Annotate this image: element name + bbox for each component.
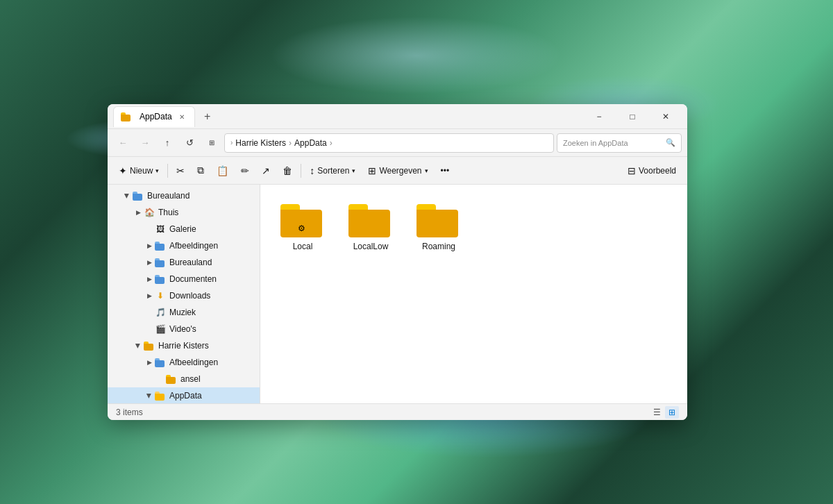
file-grid: ⚙ Local LocalLow — [271, 196, 676, 258]
toolbar: ✦ Nieuw ▾ ✂ ⧉ 📋 ✏ ↗ 🗑 ↕ Sorteren ▾ ⊞ — [108, 157, 687, 185]
sidebar-item-afbeeldingen2[interactable]: ▶ Afbeeldingen — [108, 354, 260, 371]
share-button[interactable]: ↗ — [256, 162, 276, 179]
list-view-button[interactable]: ☰ — [650, 406, 664, 419]
tab-label: AppData — [140, 112, 172, 121]
home-icon: 🏠 — [144, 207, 155, 218]
file-label-roaming: Roaming — [422, 242, 455, 253]
recent-locations-button[interactable]: ⊞ — [202, 133, 221, 153]
sidebar-label-galerie: Galerie — [169, 224, 196, 234]
sidebar-item-galerie[interactable]: 🖼 Galerie — [108, 221, 260, 237]
paste-button[interactable]: 📋 — [211, 162, 234, 179]
sidebar-item-documenten[interactable]: ▶ Documenten — [108, 271, 260, 287]
tab-folder-icon — [121, 112, 132, 121]
rename-button[interactable]: ✏ — [235, 162, 255, 179]
gallery-icon: 🖼 — [155, 224, 166, 235]
sidebar-label-dl: Downloads — [169, 291, 210, 301]
sidebar-item-ansel[interactable]: ansel — [108, 371, 260, 387]
delete-button[interactable]: 🗑 — [277, 162, 298, 179]
minimize-button[interactable]: − — [583, 106, 615, 128]
file-area: ⚙ Local LocalLow — [260, 185, 687, 403]
file-explorer-window: AppData ✕ + − □ ✕ ← → ↑ ↺ ⊞ › Harrie Kis… — [108, 104, 687, 420]
preview-icon: ⊟ — [628, 165, 636, 176]
sort-button[interactable]: ↕ Sorteren ▾ — [304, 162, 361, 179]
address-bar: ← → ↑ ↺ ⊞ › Harrie Kisters › AppData › Z… — [108, 129, 687, 157]
tree-arrow-afb: ▶ — [144, 240, 155, 251]
sidebar: ▶ Bureauland ▶ 🏠 Thuis — [108, 185, 260, 403]
search-icon: 🔍 — [666, 138, 675, 147]
title-bar: AppData ✕ + − □ ✕ — [108, 104, 687, 129]
view-button[interactable]: ⊞ Weergeven ▾ — [362, 162, 433, 179]
breadcrumb-harrie-kisters[interactable]: Harrie Kisters — [235, 138, 286, 148]
file-item-roaming[interactable]: Roaming — [407, 196, 470, 258]
share-icon: ↗ — [262, 165, 270, 176]
sidebar-label-afb: Afbeeldingen — [169, 241, 218, 251]
cut-button[interactable]: ✂ — [171, 162, 190, 179]
sidebar-item-harrie-kisters[interactable]: ▶ Harrie Kisters — [108, 337, 260, 354]
sidebar-item-appdata[interactable]: ▶ AppData — [108, 387, 260, 403]
sidebar-label-ansel: ansel — [180, 374, 201, 384]
file-item-locallow[interactable]: LocalLow — [339, 196, 402, 258]
cut-icon: ✂ — [176, 165, 185, 176]
view-icon: ⊞ — [368, 165, 376, 176]
breadcrumb-appdata[interactable]: AppData — [294, 138, 327, 148]
new-label: Nieuw — [130, 166, 153, 176]
file-item-local[interactable]: ⚙ Local — [271, 196, 334, 258]
sidebar-item-thuis[interactable]: ▶ 🏠 Thuis — [108, 204, 260, 221]
file-label-locallow: LocalLow — [353, 242, 389, 253]
tab-close-button[interactable]: ✕ — [176, 111, 187, 122]
sidebar-label-harrie: Harrie Kisters — [158, 341, 209, 351]
preview-label: Voorbeeld — [639, 166, 676, 176]
folder-icon-doc — [155, 274, 166, 284]
back-button[interactable]: ← — [113, 133, 133, 153]
sort-arrow: ▾ — [352, 167, 355, 174]
preview-button[interactable]: ⊟ Voorbeeld — [622, 162, 682, 179]
window-tab[interactable]: AppData ✕ — [113, 106, 195, 127]
more-button[interactable]: ••• — [435, 163, 455, 178]
tile-view-button[interactable]: ⊞ — [665, 406, 679, 419]
sidebar-label-bureauland: Bureauland — [147, 191, 190, 201]
more-label: ••• — [441, 166, 450, 176]
search-box[interactable]: Zoeken in AppData 🔍 — [557, 133, 682, 153]
sidebar-label-muz: Muziek — [169, 308, 196, 317]
breadcrumb-end-chevron: › — [330, 138, 333, 148]
new-button[interactable]: ✦ Nieuw ▾ — [113, 162, 165, 179]
sidebar-label-bld2: Bureauland — [169, 258, 212, 267]
breadcrumb-separator: › — [289, 138, 292, 148]
view-buttons: ☰ ⊞ — [650, 406, 679, 419]
new-tab-button[interactable]: + — [198, 107, 217, 126]
delete-icon: 🗑 — [283, 165, 292, 176]
folder-icon-bureauland — [133, 191, 144, 201]
tree-arrow-appdata: ▶ — [144, 390, 155, 401]
toolbar-separator-1 — [167, 164, 168, 178]
folder-roaming — [416, 201, 461, 237]
download-icon: ⬇ — [155, 290, 166, 301]
close-button[interactable]: ✕ — [650, 106, 682, 128]
sidebar-item-bureauland-root[interactable]: ▶ Bureauland — [108, 187, 260, 204]
status-bar: 3 items ☰ ⊞ — [108, 403, 687, 420]
tree-arrow-bureauland: ▶ — [121, 190, 133, 201]
new-arrow: ▾ — [155, 167, 159, 174]
maximize-button[interactable]: □ — [616, 106, 648, 128]
tree-arrow-thuis: ▶ — [133, 207, 144, 218]
rename-icon: ✏ — [241, 165, 249, 176]
folder-icon-afb — [155, 241, 166, 251]
refresh-button[interactable]: ↺ — [180, 133, 199, 153]
sidebar-item-videos[interactable]: 🎬 Video's — [108, 321, 260, 337]
sidebar-item-afbeeldingen[interactable]: ▶ Afbeeldingen — [108, 237, 260, 254]
up-button[interactable]: ↑ — [158, 133, 177, 153]
sidebar-label-doc: Documenten — [169, 274, 217, 284]
sidebar-item-bureauland2[interactable]: ▶ Bureauland — [108, 254, 260, 271]
breadcrumb-bar[interactable]: › Harrie Kisters › AppData › — [224, 133, 554, 153]
window-controls: − □ ✕ — [583, 106, 682, 128]
folder-icon-harrie — [144, 341, 155, 351]
item-count: 3 items — [116, 408, 143, 417]
sidebar-label-vid: Video's — [169, 324, 196, 334]
copy-button[interactable]: ⧉ — [192, 162, 210, 179]
music-icon: 🎵 — [155, 307, 166, 318]
copy-icon: ⧉ — [197, 165, 204, 176]
sidebar-item-downloads[interactable]: ▶ ⬇ Downloads — [108, 287, 260, 304]
search-placeholder: Zoeken in AppData — [563, 139, 663, 147]
sidebar-item-muziek[interactable]: 🎵 Muziek — [108, 304, 260, 321]
forward-button[interactable]: → — [135, 133, 155, 153]
folder-icon-appdata — [155, 391, 166, 401]
